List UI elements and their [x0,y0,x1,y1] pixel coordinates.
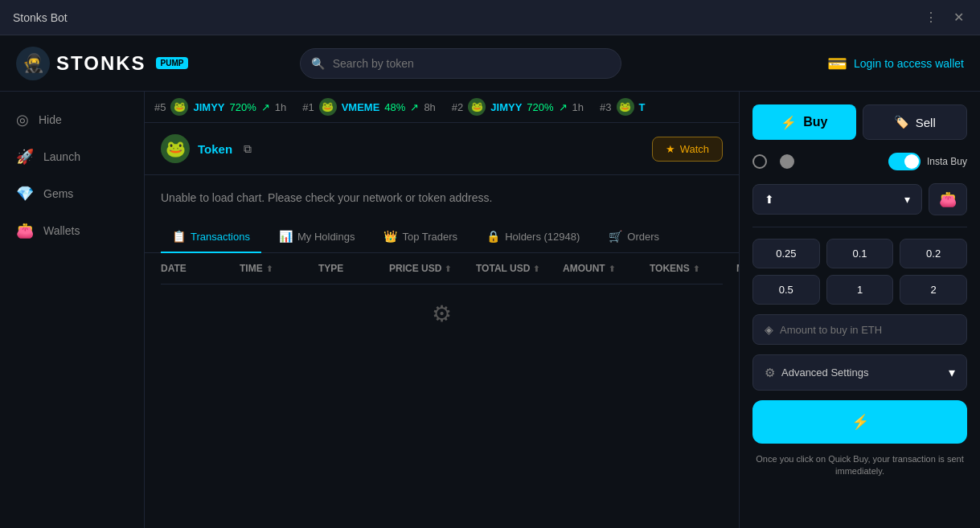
advanced-label: Advanced Settings [781,366,868,379]
sidebar-label-launch: Launch [43,150,80,163]
search-input[interactable] [300,48,621,79]
tab-label-transactions: Transactions [191,231,250,243]
table-area: DATE TIME⬆ TYPE PRICE USD⬆ TOTAL USD⬆ AM… [145,253,739,284]
toggle-knob [904,154,919,169]
quick-buy-icon: ⚡ [851,413,869,431]
th-type: TYPE [318,263,383,274]
holders-icon: 🔒 [486,230,500,243]
amount-grid: 0.25 0.1 0.2 0.5 1 2 [752,239,967,305]
gems-icon: 💎 [16,185,34,203]
search-bar: 🔍 [300,48,621,79]
amount-btn-1[interactable]: 0.1 [826,239,894,268]
launch-icon: 🚀 [16,148,34,166]
sell-label: Sell [916,116,936,129]
close-button[interactable]: ✕ [950,6,967,28]
ticker-avatar-0: 🐸 [170,98,188,116]
advanced-left: ⚙ Advanced Settings [765,366,868,380]
copy-icon[interactable]: ⧉ [244,142,252,156]
logo-icon: 🥷 [16,47,50,80]
tab-label-orders: Orders [627,231,659,243]
sidebar-item-hide[interactable]: ◎ Hide [0,101,144,138]
buy-label: Buy [803,115,827,129]
tab-top-traders[interactable]: 👑 Top Traders [372,220,469,252]
sell-tab[interactable]: 🏷️ Sell [863,104,968,140]
token-dropdown[interactable]: ⬆ ▾ [752,184,922,215]
amount-btn-3[interactable]: 0.5 [752,275,820,305]
dropdown-chevron: ▾ [904,193,910,206]
table-header: DATE TIME⬆ TYPE PRICE USD⬆ TOTAL USD⬆ AM… [161,253,723,284]
tab-holders[interactable]: 🔒 Holders (12948) [475,220,591,252]
sidebar-label-wallets: Wallets [43,224,80,237]
header: 🥷 STONKS PUMP 🔍 💳 Login to access wallet [0,35,980,92]
watch-label: Watch [680,143,709,155]
watch-button[interactable]: ★ Watch [652,137,723,162]
radio-button-1[interactable] [752,154,767,169]
amount-input-wrap: ◈ [752,314,967,345]
tab-bar: 📋 Transactions 📊 My Holdings 👑 Top Trade… [145,220,739,253]
th-amount: AMOUNT⬆ [563,263,643,274]
token-header: 🐸 Token ⧉ ★ Watch [145,123,739,175]
more-button[interactable]: ⋮ [921,6,941,28]
radio-group: Insta Buy [752,149,967,174]
th-time: TIME⬆ [240,263,312,274]
wallet-icon: 💳 [827,54,847,73]
quick-buy-note: Once you click on Quick Buy, your transa… [752,453,967,478]
wallets-icon: 👛 [16,222,34,239]
eth-icon: ◈ [765,323,773,336]
chart-error: Unable to load chart. Please check your … [145,175,739,220]
tab-label-holders: Holders (12948) [505,231,580,243]
amount-btn-2[interactable]: 0.2 [900,239,967,268]
ticker-avatar-2: 🐸 [468,98,486,116]
sidebar-label-hide: Hide [39,113,62,126]
traders-icon: 👑 [383,230,397,243]
buy-tab[interactable]: ⚡ Buy [752,104,856,140]
search-icon: 🔍 [311,57,325,70]
main-layout: ◎ Hide 🚀 Launch 💎 Gems 👛 Wallets #5 🐸 JI… [0,92,980,528]
login-button[interactable]: 💳 Login to access wallet [827,54,964,73]
quick-buy-button[interactable]: ⚡ [752,400,967,444]
sidebar-item-gems[interactable]: 💎 Gems [0,175,144,212]
dropdown-icon: ⬆ [765,193,774,206]
th-price: PRICE USD⬆ [389,263,469,274]
logo-badge: PUMP [156,57,189,69]
tab-label-traders: Top Traders [402,231,457,243]
th-total: TOTAL USD⬆ [476,263,556,274]
buy-sell-tabs: ⚡ Buy 🏷️ Sell [752,104,967,140]
settings-gear-icon[interactable]: ⚙ [432,301,452,327]
amount-btn-5[interactable]: 2 [900,275,967,305]
sidebar-item-wallets[interactable]: 👛 Wallets [0,212,144,249]
tab-orders[interactable]: 🛒 Orders [597,220,670,252]
holdings-icon: 📊 [279,230,293,243]
radio-button-2[interactable] [780,154,794,169]
tab-transactions[interactable]: 📋 Transactions [161,220,261,252]
ticker-item-3[interactable]: #3 🐸 T [600,98,645,116]
toggle-area: Insta Buy [888,153,967,170]
ticker-item-0[interactable]: #5 🐸 JIMYY 720% ↗ 1h [154,98,286,116]
ticker-item-1[interactable]: #1 🐸 VMEME 48% ↗ 8h [302,98,436,116]
advanced-gear-icon: ⚙ [765,366,775,380]
orders-icon: 🛒 [609,230,622,243]
advanced-chevron: ▾ [949,365,955,380]
tab-my-holdings[interactable]: 📊 My Holdings [268,220,367,252]
advanced-settings-row[interactable]: ⚙ Advanced Settings ▾ [752,354,967,391]
sidebar-item-launch[interactable]: 🚀 Launch [0,138,144,175]
wallet-select-button[interactable]: 👛 [929,183,967,215]
insta-buy-label: Insta Buy [927,156,967,167]
th-date: DATE [161,263,233,274]
insta-buy-toggle[interactable] [888,153,921,170]
token-info: 🐸 Token ⧉ [161,134,252,163]
amount-btn-0[interactable]: 0.25 [752,239,820,268]
right-panel: ⚡ Buy 🏷️ Sell Insta Buy ⬆ ▾ [739,92,980,528]
ticker-bar: #5 🐸 JIMYY 720% ↗ 1h #1 🐸 VMEME 48% ↗ 8h… [145,92,739,123]
amount-input[interactable] [780,324,955,336]
titlebar: Stonks Bot ⋮ ✕ [0,0,980,35]
app-title: Stonks Bot [13,11,68,24]
content-area: #5 🐸 JIMYY 720% ↗ 1h #1 🐸 VMEME 48% ↗ 8h… [145,92,739,528]
amount-btn-4[interactable]: 1 [826,275,894,305]
ticker-item-2[interactable]: #2 🐸 JIMYY 720% ↗ 1h [452,98,584,116]
watch-star: ★ [666,143,675,155]
logo-text: STONKS [56,52,146,75]
window-controls: ⋮ ✕ [921,6,967,28]
token-name-link[interactable]: Token [198,142,232,156]
sidebar-label-gems: Gems [43,187,73,200]
